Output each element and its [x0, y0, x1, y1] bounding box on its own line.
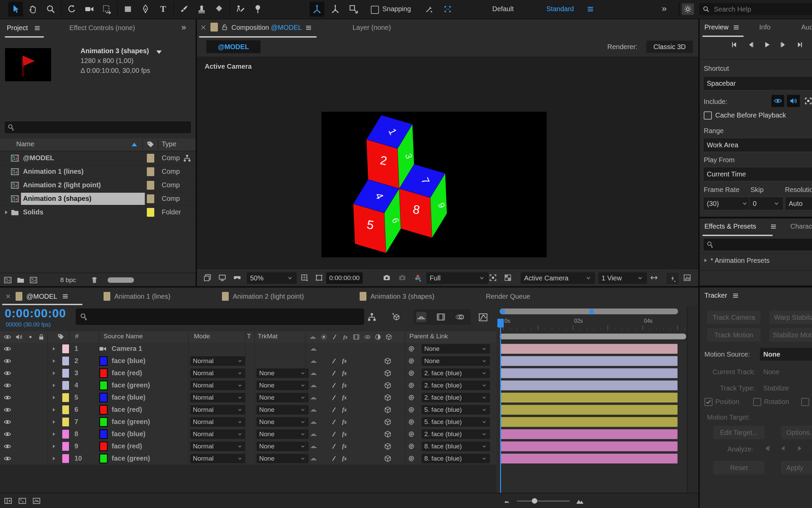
quality-icon[interactable] — [330, 443, 338, 450]
quality-icon[interactable] — [330, 418, 338, 426]
folder-expander-icon[interactable] — [3, 209, 9, 216]
parent-pickwhip-icon[interactable] — [407, 369, 415, 377]
layer-name[interactable]: face (green) — [112, 418, 150, 426]
track-camera-button[interactable]: Track Camera — [707, 311, 761, 324]
interpret-footage-icon[interactable] — [3, 276, 12, 284]
primary-viewer-icon[interactable] — [218, 273, 227, 282]
layer-duration-bar[interactable] — [500, 344, 678, 354]
3d-layer-icon[interactable] — [384, 442, 392, 450]
close-tab-icon[interactable] — [5, 293, 12, 300]
tracker-panel-menu-icon[interactable] — [731, 292, 740, 300]
trkmat-select[interactable]: None — [256, 381, 309, 390]
composition-mini-flowchart-icon[interactable] — [367, 312, 377, 322]
layer-duration-bar[interactable] — [500, 441, 678, 451]
shy-icon[interactable] — [310, 455, 317, 462]
tag-icon[interactable] — [57, 333, 65, 341]
layer-label-chip[interactable] — [62, 418, 70, 426]
fx-icon[interactable]: fx — [340, 442, 348, 450]
layer-label-chip[interactable] — [62, 344, 70, 353]
analyze-forward-icon[interactable] — [795, 444, 804, 453]
shy-icon[interactable] — [310, 406, 317, 414]
layer-expander-icon[interactable] — [51, 456, 57, 462]
eye-icon[interactable] — [3, 418, 12, 426]
selected-comp-name[interactable]: Animation 3 (shapes) — [81, 47, 149, 55]
layer-name[interactable]: face (red) — [112, 406, 142, 414]
eye-icon[interactable] — [3, 394, 12, 402]
tab-project[interactable]: Project — [7, 24, 28, 32]
layer-expander-icon[interactable] — [51, 370, 57, 376]
layer-label-chip[interactable] — [62, 357, 70, 365]
zoom-tool[interactable] — [43, 2, 58, 17]
parent-link-select[interactable]: 5. face (blue) — [422, 417, 490, 427]
comp-viewer[interactable]: Active Camera 123456789 — [197, 57, 698, 268]
layer-row[interactable]: 2face (blue)NormalfxNone — [0, 355, 496, 367]
region-of-interest-icon[interactable] — [489, 273, 497, 282]
parent-link-select[interactable]: 2. face (blue) — [422, 381, 490, 390]
snap-bounds-icon[interactable] — [443, 5, 452, 14]
magnification-select[interactable]: 50% — [247, 272, 297, 284]
comp-panel-menu-icon[interactable] — [304, 24, 313, 32]
adjustment-icon[interactable] — [374, 333, 382, 341]
parent-pickwhip-icon[interactable] — [407, 454, 415, 463]
used-in-network-icon[interactable] — [183, 154, 191, 163]
snapping-checkbox[interactable] — [371, 6, 379, 14]
tab-info[interactable]: Info — [759, 23, 770, 31]
parent-pickwhip-icon[interactable] — [407, 345, 415, 353]
unlock-icon[interactable] — [221, 23, 229, 31]
reset-button[interactable]: Reset — [713, 461, 765, 474]
shy-icon[interactable] — [310, 369, 317, 377]
work-area-bar[interactable] — [500, 334, 686, 339]
3d-layer-icon[interactable] — [384, 357, 392, 365]
brush-tool[interactable] — [177, 2, 191, 17]
tab-effect-controls[interactable]: Effect Controls (none) — [69, 24, 135, 32]
project-item-row[interactable]: Animation 3 (shapes)Comp — [0, 192, 196, 206]
fx-icon[interactable]: fx — [340, 430, 348, 438]
column-source-name[interactable]: Source Name — [104, 333, 143, 340]
hide-shy-layers-icon[interactable] — [416, 312, 426, 322]
parent-link-select[interactable]: None — [422, 344, 490, 354]
stabilize-motion-button[interactable]: Stabilize Motion — [769, 328, 812, 342]
label-color-chip[interactable] — [147, 167, 154, 176]
layer-expander-icon[interactable] — [51, 382, 57, 388]
shy-icon[interactable] — [309, 333, 317, 341]
trkmat-select[interactable]: None — [256, 429, 309, 439]
layer-row[interactable]: 4face (green)NormalNonefx2. face (blue) — [0, 379, 496, 392]
workspace-default[interactable]: Default — [492, 5, 514, 13]
blur-icon[interactable] — [363, 333, 371, 341]
pen-tool[interactable] — [138, 2, 153, 17]
eye-icon[interactable] — [3, 454, 12, 463]
current-timecode[interactable]: 0:00:00:00 — [5, 306, 66, 320]
include-audio-button[interactable] — [787, 95, 800, 107]
motion-source-select[interactable]: None — [760, 348, 812, 361]
show-snapshot-icon[interactable] — [398, 273, 407, 282]
eye-icon[interactable] — [3, 333, 12, 341]
layer-label-chip[interactable] — [62, 381, 70, 390]
layer-duration-bar[interactable] — [500, 380, 678, 390]
timeline-tab[interactable]: Animation 2 (light point) — [220, 288, 306, 305]
sun-icon[interactable] — [320, 333, 328, 341]
previous-frame-icon[interactable] — [746, 40, 755, 49]
toggle-mask-icon[interactable] — [315, 273, 323, 282]
label-column-icon[interactable] — [146, 140, 155, 149]
layer-name[interactable]: face (red) — [112, 442, 142, 450]
timeline-search-box[interactable] — [75, 308, 365, 325]
take-snapshot-icon[interactable] — [382, 273, 391, 282]
renderer-button[interactable]: Classic 3D — [646, 41, 693, 53]
view-axis-tool[interactable] — [346, 2, 361, 17]
3d-layer-icon[interactable] — [384, 369, 392, 377]
trkmat-select[interactable]: None — [256, 417, 309, 427]
hand-tool[interactable] — [26, 2, 41, 17]
column-number[interactable]: # — [75, 333, 79, 340]
layer-expander-icon[interactable] — [51, 431, 57, 437]
rectangle-tool[interactable] — [120, 2, 135, 17]
graph-editor-icon[interactable] — [478, 312, 489, 323]
layer-label-chip[interactable] — [62, 442, 70, 451]
timeline-zoom-slider-knob[interactable] — [532, 498, 537, 504]
scale-checkbox[interactable] — [801, 398, 809, 406]
shy-icon[interactable] — [310, 345, 317, 353]
project-item-name[interactable]: Animation 3 (shapes) — [23, 195, 91, 203]
project-item-name[interactable]: Animation 2 (light point) — [23, 181, 101, 189]
panel-menu-icon[interactable] — [61, 292, 69, 300]
play-icon[interactable] — [763, 40, 771, 49]
layer-row[interactable]: 1Camera 1None — [0, 343, 496, 355]
